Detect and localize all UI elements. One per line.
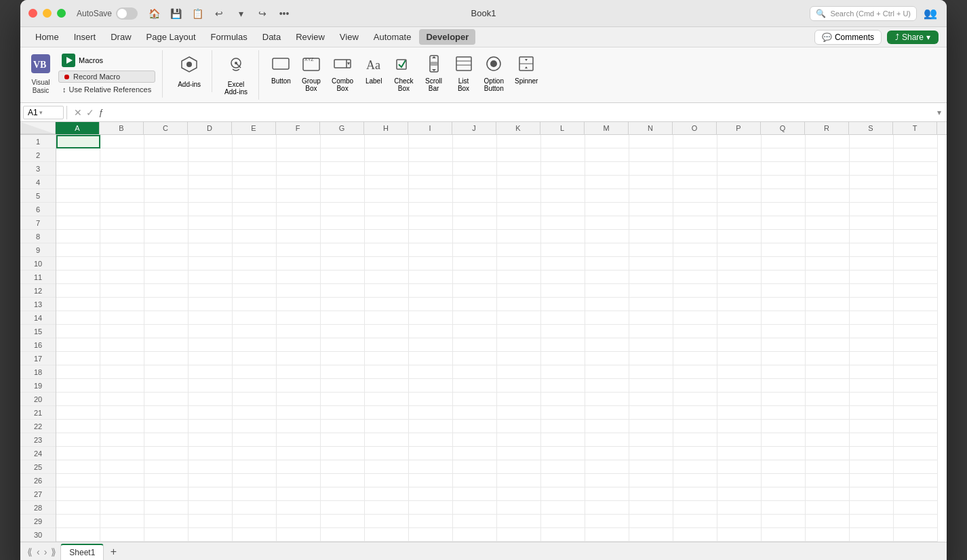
cell-L23[interactable] — [541, 433, 585, 447]
cell-K21[interactable] — [497, 406, 541, 420]
row-number-19[interactable]: 19 — [20, 379, 56, 393]
cell-S15[interactable] — [850, 325, 894, 338]
cell-B21[interactable] — [100, 406, 144, 420]
cell-L2[interactable] — [541, 148, 585, 162]
row-number-22[interactable]: 22 — [20, 420, 56, 433]
cell-T7[interactable] — [894, 216, 938, 230]
cell-B15[interactable] — [100, 325, 144, 338]
add-sheet-button[interactable]: + — [106, 545, 120, 559]
cell-N9[interactable] — [629, 243, 673, 257]
cell-J1[interactable] — [453, 135, 497, 148]
cell-B1[interactable] — [100, 135, 144, 148]
cell-F24[interactable] — [277, 447, 321, 460]
cell-I15[interactable] — [409, 325, 453, 338]
cell-E6[interactable] — [233, 203, 277, 216]
cell-E19[interactable] — [233, 379, 277, 393]
cell-M1[interactable] — [585, 135, 629, 148]
cell-I13[interactable] — [409, 298, 453, 311]
cell-A20[interactable] — [56, 393, 100, 406]
macros-button[interactable]: Macros — [58, 52, 155, 69]
cell-M11[interactable] — [585, 271, 629, 284]
cell-C14[interactable] — [144, 311, 189, 325]
cell-I3[interactable] — [409, 162, 453, 176]
cell-D1[interactable] — [189, 135, 233, 148]
cell-K7[interactable] — [497, 216, 541, 230]
cell-F1[interactable] — [277, 135, 321, 148]
cell-F29[interactable] — [277, 515, 321, 528]
cell-G6[interactable] — [321, 203, 365, 216]
cell-E21[interactable] — [233, 406, 277, 420]
cell-C29[interactable] — [144, 515, 189, 528]
cell-D17[interactable] — [189, 352, 233, 365]
cell-O6[interactable] — [673, 203, 717, 216]
cell-P8[interactable] — [717, 230, 762, 243]
cell-J24[interactable] — [453, 447, 497, 460]
cell-R17[interactable] — [806, 352, 850, 365]
cell-H17[interactable] — [365, 352, 409, 365]
cell-G2[interactable] — [321, 148, 365, 162]
cell-S3[interactable] — [850, 162, 894, 176]
cell-M22[interactable] — [585, 420, 629, 433]
cell-C24[interactable] — [144, 447, 189, 460]
cell-D19[interactable] — [189, 379, 233, 393]
cell-I8[interactable] — [409, 230, 453, 243]
cell-S14[interactable] — [850, 311, 894, 325]
cell-T20[interactable] — [894, 393, 938, 406]
cell-C1[interactable] — [144, 135, 189, 148]
cell-D25[interactable] — [189, 460, 233, 474]
col-header-K[interactable]: K — [496, 122, 540, 134]
cell-B29[interactable] — [100, 515, 144, 528]
cell-Q9[interactable] — [762, 243, 806, 257]
row-number-23[interactable]: 23 — [20, 433, 56, 447]
cell-Q10[interactable] — [762, 257, 806, 271]
cell-N25[interactable] — [629, 460, 673, 474]
cell-M13[interactable] — [585, 298, 629, 311]
cell-Q12[interactable] — [762, 284, 806, 298]
cell-I5[interactable] — [409, 189, 453, 203]
cell-R2[interactable] — [806, 148, 850, 162]
cell-E7[interactable] — [233, 216, 277, 230]
col-header-N[interactable]: N — [629, 122, 673, 134]
cell-P18[interactable] — [717, 365, 762, 379]
cell-P21[interactable] — [717, 406, 762, 420]
cell-C2[interactable] — [144, 148, 189, 162]
cell-Q27[interactable] — [762, 487, 806, 501]
cell-A4[interactable] — [56, 176, 100, 189]
cell-O30[interactable] — [673, 528, 717, 542]
menu-draw[interactable]: Draw — [104, 29, 138, 45]
cell-A9[interactable] — [56, 243, 100, 257]
col-header-Q[interactable]: Q — [761, 122, 805, 134]
cell-E22[interactable] — [233, 420, 277, 433]
cell-I4[interactable] — [409, 176, 453, 189]
cell-Q11[interactable] — [762, 271, 806, 284]
cell-Q18[interactable] — [762, 365, 806, 379]
row-number-16[interactable]: 16 — [20, 338, 56, 352]
cell-R1[interactable] — [806, 135, 850, 148]
cell-G1[interactable] — [321, 135, 365, 148]
cell-K19[interactable] — [497, 379, 541, 393]
cell-T30[interactable] — [894, 528, 938, 542]
cell-B4[interactable] — [100, 176, 144, 189]
cell-I20[interactable] — [409, 393, 453, 406]
cell-C28[interactable] — [144, 501, 189, 515]
insert-function-icon[interactable]: ƒ — [98, 107, 103, 117]
cell-S12[interactable] — [850, 284, 894, 298]
col-header-L[interactable]: L — [540, 122, 585, 134]
row-number-24[interactable]: 24 — [20, 447, 56, 460]
cell-H30[interactable] — [365, 528, 409, 542]
cell-R16[interactable] — [806, 338, 850, 352]
cell-K18[interactable] — [497, 365, 541, 379]
cell-P24[interactable] — [717, 447, 762, 460]
cell-H6[interactable] — [365, 203, 409, 216]
cell-T3[interactable] — [894, 162, 938, 176]
row-number-30[interactable]: 30 — [20, 528, 56, 542]
cell-A14[interactable] — [56, 311, 100, 325]
cell-D22[interactable] — [189, 420, 233, 433]
cell-S17[interactable] — [850, 352, 894, 365]
cell-Q4[interactable] — [762, 176, 806, 189]
cell-R25[interactable] — [806, 460, 850, 474]
combo-box-button[interactable]: ComboBox — [328, 52, 357, 95]
cell-F15[interactable] — [277, 325, 321, 338]
cell-F26[interactable] — [277, 474, 321, 487]
cell-E5[interactable] — [233, 189, 277, 203]
